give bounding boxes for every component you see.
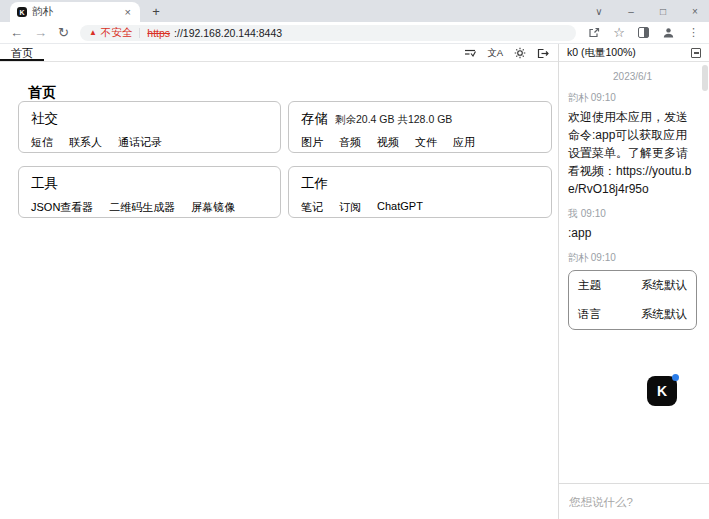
share-icon[interactable] — [588, 27, 600, 39]
setting-label: 语言 — [578, 307, 601, 322]
message-text: :app — [568, 224, 697, 242]
notification-dot — [672, 374, 679, 381]
app-fab-button[interactable]: K — [647, 376, 677, 406]
page-tab-home[interactable]: 首页 — [0, 44, 44, 61]
close-icon[interactable]: × — [689, 6, 701, 17]
link-pictures[interactable]: 图片 — [301, 135, 323, 150]
main-content: 首页 社交 短信 联系人 通话记录 存储 剩余20.4 GB 共128.0 GB… — [0, 62, 558, 519]
scrollbar-thumb[interactable] — [702, 65, 708, 91]
chat-messages: 2023/6/1 韵朴 09:10 欢迎使用本应用，发送命令:app可以获取应用… — [559, 62, 709, 483]
collapse-panel-icon[interactable] — [691, 48, 701, 58]
security-warning-label[interactable]: 不安全 — [101, 26, 133, 40]
setting-value: 系统默认 — [641, 307, 687, 322]
page-title: 首页 — [28, 84, 56, 102]
sender-name: 韵朴 — [568, 92, 588, 103]
maximize-icon[interactable]: □ — [657, 6, 669, 17]
side-panel-icon[interactable] — [638, 27, 649, 38]
url-text: ://192.168.20.144:8443 — [174, 27, 282, 39]
link-json-viewer[interactable]: JSON查看器 — [31, 200, 93, 215]
storage-summary: 剩余20.4 GB 共128.0 GB — [335, 113, 452, 127]
fab-label: K — [657, 383, 667, 399]
page-tabbar: 首页 文A — [0, 44, 558, 62]
profile-avatar-icon[interactable] — [662, 26, 675, 39]
chat-date: 2023/6/1 — [568, 71, 697, 82]
card-storage: 存储 剩余20.4 GB 共128.0 GB 图片 音频 视频 文件 应用 — [288, 101, 552, 153]
tab-title: 韵朴 — [32, 5, 123, 19]
address-divider — [139, 28, 140, 38]
sender-name: 我 — [568, 208, 578, 219]
window-controls: ∨ – □ × — [593, 0, 701, 22]
card-title: 工具 — [31, 175, 58, 193]
link-audio[interactable]: 音频 — [339, 135, 361, 150]
card-tools: 工具 JSON查看器 二维码生成器 屏幕镜像 — [18, 166, 281, 218]
link-video[interactable]: 视频 — [377, 135, 399, 150]
sidebar-header: k0 (电量100%) — [559, 44, 709, 62]
logout-icon[interactable] — [537, 48, 549, 59]
link-screen-mirror[interactable]: 屏幕镜像 — [191, 200, 235, 215]
theme-toggle-icon[interactable] — [514, 47, 526, 59]
link-files[interactable]: 文件 — [415, 135, 437, 150]
page-action-icons: 文A — [464, 47, 549, 59]
url-scheme: https — [147, 27, 170, 39]
reload-icon[interactable]: ↻ — [58, 26, 69, 39]
bookmark-star-icon[interactable]: ☆ — [613, 26, 625, 39]
browser-menu-icon[interactable]: ⋮ — [688, 27, 699, 38]
chat-sidebar: k0 (电量100%) 2023/6/1 韵朴 09:10 欢迎使用本应用，发送… — [558, 44, 709, 519]
setting-row-language[interactable]: 语言 系统默认 — [569, 300, 696, 329]
browser-toolbar: ← → ↻ ▲ 不安全 https://192.168.20.144:8443 … — [0, 22, 709, 44]
browser-titlebar: K 韵朴 × + ∨ – □ × — [0, 0, 709, 22]
setting-row-theme[interactable]: 主题 系统默认 — [569, 271, 696, 300]
chat-input-bar: ▷ — [559, 483, 709, 519]
tab-close-icon[interactable]: × — [123, 6, 133, 18]
terminal-icon[interactable] — [464, 48, 476, 59]
setting-label: 主题 — [578, 278, 601, 293]
tab-search-icon[interactable]: ∨ — [593, 6, 605, 17]
message-text: 欢迎使用本应用，发送命令:app可以获取应用设置菜单。了解更多请看视频：http… — [568, 108, 697, 198]
toolbar-actions: ☆ ⋮ — [588, 26, 699, 39]
message-time: 09:10 — [591, 252, 616, 263]
setting-value: 系统默认 — [641, 278, 687, 293]
card-work: 工作 笔记 订阅 ChatGPT — [288, 166, 552, 218]
forward-icon[interactable]: → — [34, 26, 47, 39]
link-qrcode-generator[interactable]: 二维码生成器 — [109, 200, 175, 215]
link-notes[interactable]: 笔记 — [301, 200, 323, 215]
message-time: 09:10 — [581, 208, 606, 219]
translate-icon[interactable]: 文A — [487, 48, 503, 58]
link-subscriptions[interactable]: 订阅 — [339, 200, 361, 215]
card-title: 工作 — [301, 175, 328, 193]
link-sms[interactable]: 短信 — [31, 135, 53, 150]
link-chatgpt[interactable]: ChatGPT — [377, 200, 423, 215]
security-warning-icon: ▲ — [89, 29, 97, 37]
link-call-log[interactable]: 通话记录 — [118, 135, 162, 150]
card-title: 存储 — [301, 110, 328, 128]
card-title: 社交 — [31, 110, 58, 128]
message-sender: 韵朴 09:10 — [568, 91, 697, 105]
card-grid: 社交 短信 联系人 通话记录 存储 剩余20.4 GB 共128.0 GB 图片… — [18, 101, 552, 218]
browser-tab[interactable]: K 韵朴 × — [10, 2, 140, 22]
card-social: 社交 短信 联系人 通话记录 — [18, 101, 281, 153]
message-sender: 我 09:10 — [568, 207, 697, 221]
link-apps[interactable]: 应用 — [453, 135, 475, 150]
back-icon[interactable]: ← — [10, 26, 23, 39]
app-settings-card: 主题 系统默认 语言 系统默认 — [568, 270, 697, 330]
new-tab-button[interactable]: + — [148, 3, 164, 19]
address-bar[interactable]: ▲ 不安全 https://192.168.20.144:8443 — [80, 25, 576, 41]
minimize-icon[interactable]: – — [625, 6, 637, 17]
site-favicon: K — [17, 7, 27, 17]
chat-input[interactable] — [569, 496, 709, 508]
device-status-label: k0 (电量100%) — [567, 46, 636, 60]
message-sender: 韵朴 09:10 — [568, 251, 697, 265]
message-time: 09:10 — [591, 92, 616, 103]
link-contacts[interactable]: 联系人 — [69, 135, 102, 150]
sender-name: 韵朴 — [568, 252, 588, 263]
